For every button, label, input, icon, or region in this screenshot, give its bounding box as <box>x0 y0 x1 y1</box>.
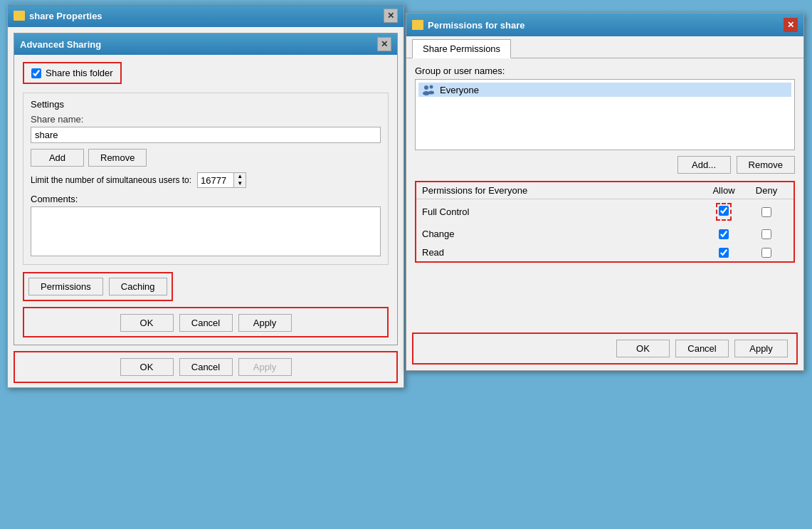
share-props-apply-button[interactable]: Apply <box>238 358 292 376</box>
share-folder-label: Share this folder <box>46 68 113 78</box>
settings-group: Settings Share name: share Add Remove Li… <box>23 93 389 265</box>
tab-share-permissions[interactable]: Share Permissions <box>412 39 511 58</box>
spinner-down[interactable]: ▼ <box>234 180 246 187</box>
group-icon <box>421 84 436 95</box>
comments-area[interactable] <box>31 206 381 256</box>
permissions-content: Group or user names: Everyone Add... Rem… <box>406 66 803 327</box>
user-name: Everyone <box>440 85 479 95</box>
share-properties-title-bar: share Properties ✕ <box>8 4 404 27</box>
full-control-deny-checkbox[interactable] <box>761 207 771 217</box>
perms-apply-button[interactable]: Apply <box>734 340 788 357</box>
permissions-title-bar: Permissions for share ✕ <box>406 14 803 36</box>
svg-point-3 <box>428 91 434 95</box>
advanced-sharing-title: Advanced Sharing <box>20 39 101 50</box>
permissions-bottom-row: OK Cancel Apply <box>412 332 798 365</box>
perm-full-control-allow <box>702 203 745 221</box>
comments-label: Comments: <box>31 194 381 204</box>
perms-cancel-button[interactable]: Cancel <box>675 340 729 357</box>
full-control-allow-wrapper <box>716 203 732 221</box>
read-allow-checkbox[interactable] <box>719 248 729 258</box>
add-button[interactable]: Add <box>31 149 84 167</box>
perm-change-allow <box>702 229 745 239</box>
advanced-ok-button[interactable]: OK <box>120 314 174 332</box>
advanced-sharing-action-row: OK Cancel Apply <box>23 307 389 337</box>
permissions-close-button[interactable]: ✕ <box>784 18 798 32</box>
add-remove-buttons: Add Remove <box>31 149 381 167</box>
share-folder-checkbox[interactable] <box>31 68 41 78</box>
advanced-sharing-close-button[interactable]: ✕ <box>377 37 391 51</box>
advanced-sharing-title-bar: Advanced Sharing ✕ <box>14 33 397 55</box>
share-name-label: Share name: <box>31 114 381 125</box>
perm-row-read: Read <box>416 243 793 261</box>
permissions-dialog: Permissions for share ✕ Share Permission… <box>406 13 804 371</box>
permissions-table-header: Permissions for Everyone Allow Deny <box>416 182 793 199</box>
tab-bar: Share Permissions <box>406 36 803 58</box>
limit-input-wrap: 16777 ▲ ▼ <box>197 172 246 188</box>
spinner: ▲ ▼ <box>233 173 246 187</box>
limit-input[interactable]: 16777 <box>198 174 233 187</box>
svg-point-0 <box>424 85 428 90</box>
perm-read-deny <box>745 248 788 258</box>
svg-point-2 <box>430 85 433 89</box>
caching-button[interactable]: Caching <box>109 278 167 295</box>
permissions-table: Permissions for Everyone Allow Deny Full… <box>415 181 795 263</box>
share-properties-title: share Properties <box>29 11 102 21</box>
perm-row-full-control: Full Control <box>416 199 793 225</box>
share-properties-close-button[interactable]: ✕ <box>384 9 398 23</box>
remove-button[interactable]: Remove <box>88 149 147 167</box>
perm-row-change: Change <box>416 225 793 243</box>
limit-label: Limit the number of simultaneous users t… <box>31 175 191 185</box>
perm-change-deny <box>745 229 788 239</box>
full-control-allow-checkbox[interactable] <box>719 206 729 216</box>
limit-row: Limit the number of simultaneous users t… <box>31 172 381 188</box>
perm-full-control-label: Full Control <box>422 206 702 217</box>
advanced-sharing-dialog: Advanced Sharing ✕ Share this folder Set… <box>14 33 398 345</box>
folder-icon <box>14 11 25 21</box>
list-item[interactable]: Everyone <box>418 83 791 97</box>
deny-header: Deny <box>745 185 788 196</box>
perms-remove-button[interactable]: Remove <box>737 156 795 174</box>
perm-read-allow <box>702 248 745 258</box>
share-props-ok-button[interactable]: OK <box>120 358 174 376</box>
perms-for-label: Permissions for Everyone <box>422 185 702 196</box>
perm-full-control-deny <box>745 207 788 217</box>
change-deny-checkbox[interactable] <box>761 229 771 239</box>
perms-add-button[interactable]: Add... <box>677 156 731 174</box>
perm-read-label: Read <box>422 247 702 258</box>
share-props-cancel-button[interactable]: Cancel <box>179 358 233 376</box>
share-name-input[interactable]: share <box>31 127 381 143</box>
user-list: Everyone <box>415 79 795 150</box>
permissions-button[interactable]: Permissions <box>28 278 103 295</box>
allow-header: Allow <box>702 185 745 196</box>
permissions-caching-row: Permissions Caching <box>23 272 173 301</box>
settings-title: Settings <box>31 99 381 110</box>
perms-folder-icon <box>412 20 423 30</box>
group-users-label: Group or user names: <box>415 66 795 76</box>
advanced-apply-button[interactable]: Apply <box>238 314 292 332</box>
read-deny-checkbox[interactable] <box>761 248 771 258</box>
perm-change-label: Change <box>422 229 702 239</box>
share-properties-bottom-row: OK Cancel Apply <box>14 351 398 383</box>
share-folder-section: Share this folder <box>23 62 122 84</box>
spinner-up[interactable]: ▲ <box>234 173 246 180</box>
permissions-title: Permissions for share <box>428 20 525 31</box>
perms-ok-button[interactable]: OK <box>616 340 670 357</box>
advanced-sharing-content: Share this folder Settings Share name: s… <box>14 55 397 345</box>
advanced-cancel-button[interactable]: Cancel <box>179 314 233 332</box>
change-allow-checkbox[interactable] <box>719 229 729 239</box>
share-properties-dialog: share Properties ✕ Advanced Sharing ✕ Sh… <box>7 4 404 388</box>
add-remove-row: Add... Remove <box>415 156 795 174</box>
spacer <box>415 263 795 320</box>
